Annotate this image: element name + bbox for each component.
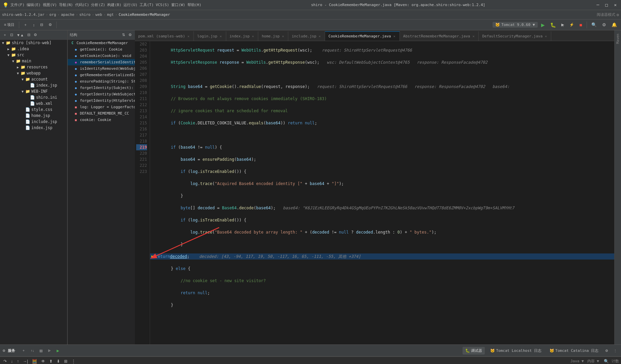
tab-home[interactable]: home.jsp ✕ — [258, 31, 288, 41]
step-into-btn[interactable]: ↓ — [9, 358, 14, 364]
services-tab-tomcat-local[interactable]: 🐱 Tomcat Localhost 日志 — [487, 347, 544, 355]
settings-btn[interactable]: ⚙ — [47, 22, 54, 28]
include-tab-close[interactable]: ✕ — [318, 34, 321, 38]
struct-forgetid3[interactable]: ● forgetIdentity(HttpServletReq — [68, 97, 135, 104]
tab-cookiemanager[interactable]: CookieRememberMeManager.java ✕ — [325, 31, 400, 41]
sidebar-scroll[interactable]: ⊡ — [9, 32, 14, 38]
tab-default-security[interactable]: DefaultSecurityManager.java ✕ — [479, 31, 551, 41]
stop-button[interactable]: ■ — [578, 21, 584, 29]
tree-style-css[interactable]: 📄 style.css — [0, 107, 67, 113]
tree-webxml[interactable]: 📄 web.xml — [0, 100, 67, 107]
struct-class[interactable]: C CookieRememberMeManager — [68, 40, 135, 46]
frames-up-btn[interactable]: ⬆ — [48, 358, 54, 364]
reader-mode-button[interactable]: 阅读器模式 — [597, 12, 615, 17]
struct-getremembered[interactable]: ● getRememberedSerializedIde — [68, 72, 135, 78]
home-tab-close[interactable]: ✕ — [281, 34, 285, 38]
tree-shiro-ini[interactable]: 📄 shiro.ini — [0, 94, 67, 100]
debug-button[interactable]: 🐛 — [548, 21, 558, 29]
coverage-button[interactable]: ▶̤ — [559, 22, 566, 28]
step-out-btn[interactable]: ↑ — [16, 358, 20, 364]
run-config[interactable]: 🐱 Tomcat 9.0.60 ▼ — [493, 22, 537, 28]
more-debug-btn[interactable]: ⋮ — [70, 358, 77, 364]
sidebar-settings[interactable]: ⚙ — [33, 32, 38, 38]
struct-cookie[interactable]: ■ cookie: Cookie — [68, 117, 135, 123]
tab-pom[interactable]: pom.xml (samples-web) ✕ — [135, 31, 194, 41]
tab-login[interactable]: login.jsp ✕ — [194, 31, 226, 41]
tree-account[interactable]: ▼ 📁 account — [0, 76, 67, 82]
minimize-button[interactable]: ─ — [595, 2, 601, 7]
cookie-tab-close[interactable]: ✕ — [393, 34, 396, 38]
tree-account-index[interactable]: 📄 index.jsp — [0, 82, 67, 88]
breadcrumb-jar[interactable]: shiro-web-1.2.4.jar — [2, 12, 45, 17]
abstract-tab-close[interactable]: ✕ — [472, 34, 475, 38]
add-btn[interactable]: ＋ — [22, 21, 29, 28]
tree-src[interactable]: ▼ 📁 src — [0, 52, 67, 58]
tree-webapp[interactable]: ▼ 📁 webapp — [0, 70, 67, 76]
struct-isidentity[interactable]: ● isIdentityRemoved(WebSubjectC — [68, 65, 135, 72]
tree-resources[interactable]: ▶ 📁 resources — [0, 64, 67, 70]
frames-down-btn[interactable]: ⬇ — [55, 358, 61, 364]
right-btn-maven[interactable]: Maven — [615, 32, 620, 46]
login-tab-close[interactable]: ✕ — [219, 34, 223, 38]
tree-home-jsp[interactable]: 📄 home.jsp — [0, 113, 67, 119]
tree-index-jsp[interactable]: 📄 index.jsp — [0, 125, 67, 131]
tab-include[interactable]: include.jsp ✕ — [288, 31, 325, 41]
index-tab-close[interactable]: ✕ — [251, 34, 255, 38]
services-run-btn[interactable]: ▶ — [55, 348, 61, 353]
struct-setcookie[interactable]: ● setCookie(Cookie): void — [68, 53, 135, 59]
services-more-btn[interactable]: ⋮ — [612, 348, 618, 353]
code-content[interactable]: HttpServletRequest request = WebUtils.ge… — [150, 41, 614, 344]
breadcrumb-web[interactable]: web — [95, 12, 102, 17]
structure-filter[interactable]: ⚙ — [127, 32, 133, 38]
breadcrumb-shiro[interactable]: shiro — [79, 12, 90, 17]
project-btn[interactable]: ≡ 项目 — [2, 21, 17, 28]
tab-abstract[interactable]: AbstractRememberMeManager.java ✕ — [400, 31, 479, 41]
struct-getcookie[interactable]: ● getCookie(): Cookie — [68, 46, 135, 53]
services-filter-btn[interactable]: ⫸ — [47, 348, 53, 353]
struct-remember[interactable]: ● rememberSerializedIdentity(S — [68, 59, 135, 65]
tree-idea[interactable]: ▶ 📁 .idea — [0, 46, 67, 52]
add-watch-btn[interactable]: 👁 — [40, 358, 47, 364]
services-add-btn[interactable]: ＋ — [21, 347, 27, 354]
breadcrumb-apache[interactable]: apache — [61, 12, 75, 17]
breadcrumb-mgt[interactable]: mgt — [107, 12, 114, 17]
maximize-button[interactable]: □ — [603, 2, 610, 7]
sync-btn[interactable]: ↕ — [31, 22, 37, 28]
breadcrumb-org[interactable]: org — [49, 12, 56, 17]
close-button[interactable]: ✕ — [612, 2, 618, 7]
notifications[interactable]: 🔔 — [610, 21, 619, 28]
services-tab-tomcat-catalina[interactable]: 🐱 Tomcat Catalina 日志 — [547, 347, 601, 355]
pom-tab-close[interactable]: ✕ — [187, 34, 190, 38]
run-to-cursor-btn[interactable]: →| — [22, 358, 29, 364]
struct-default[interactable]: ■ DEFAULT_REMEMBER_ME_CC — [68, 110, 135, 117]
collapse-btn[interactable]: ⊟ — [38, 22, 45, 28]
tree-include-jsp[interactable]: 📄 include.jsp — [0, 119, 67, 125]
struct-log[interactable]: ■ log: Logger = LoggerFactory. — [68, 104, 135, 110]
sidebar-expand[interactable]: ▼▲ — [16, 32, 25, 38]
tree-project-root[interactable]: ▼ 📁 shiro [shiro-web] — [0, 40, 67, 46]
sidebar-collapse[interactable]: ⊟ — [26, 32, 31, 38]
sidebar-add[interactable]: ＋ — [2, 32, 8, 38]
services-tab-debug[interactable]: 🐛 调试器 — [463, 347, 485, 355]
step-over-btn[interactable]: ↷ — [2, 358, 8, 364]
struct-forgetid1[interactable]: ● forgetIdentity(Subject): void — [68, 85, 135, 91]
debug-search-btn[interactable]: 🔍 — [602, 358, 610, 364]
tab-index[interactable]: index.jsp ✕ — [226, 31, 259, 41]
tree-main[interactable]: ▼ 📁 main — [0, 58, 67, 64]
structure-sort[interactable]: ⇅ — [121, 32, 126, 38]
run-button[interactable]: ▶ — [539, 21, 547, 29]
profile-button[interactable]: ⚡ — [567, 22, 576, 28]
search-everywhere[interactable]: 🔍 — [589, 21, 599, 28]
settings-main[interactable]: ⚙ — [600, 21, 608, 28]
struct-forgetid2[interactable]: ● forgetIdentity(WebSubjectConte — [68, 91, 135, 97]
services-settings-btn[interactable]: ⚙ — [604, 348, 610, 353]
services-up-btn[interactable]: ↑↓ — [29, 348, 35, 353]
services-group-btn[interactable]: ▤ — [38, 348, 44, 353]
default-sec-tab-close[interactable]: ✕ — [544, 34, 548, 38]
toolbar-settings[interactable]: ⚙ — [617, 12, 619, 17]
restore-layout-btn[interactable]: ⊞ — [63, 358, 69, 364]
struct-ensurepadding[interactable]: ● ensurePadding(String): Strin — [68, 78, 135, 85]
evaluate-btn[interactable]: 🧮 — [31, 358, 38, 364]
tree-webinf[interactable]: ▼ 📁 WEB-INF — [0, 88, 67, 94]
code-editor[interactable]: 202 203 204 205 206 207 208 209 210 211 … — [135, 41, 614, 344]
